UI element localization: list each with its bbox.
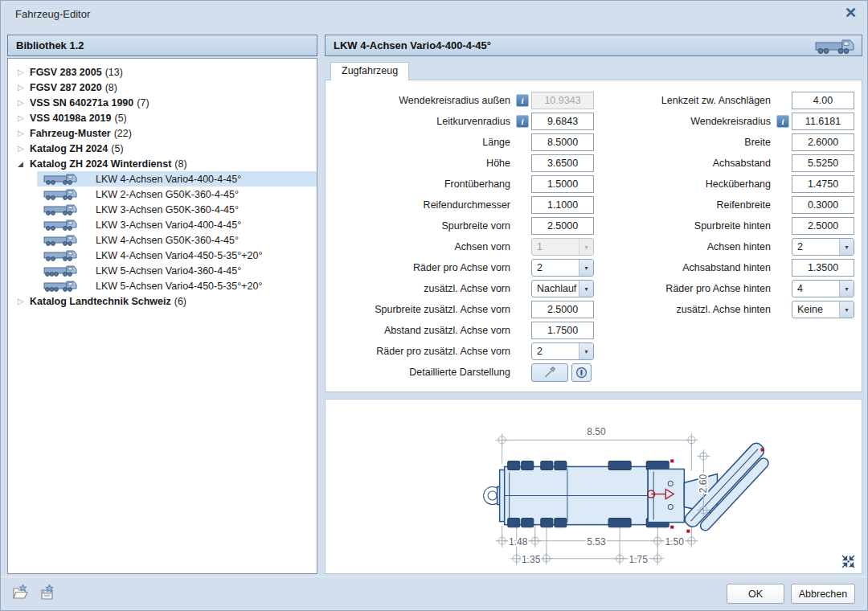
achsabstand-hinten-input[interactable] <box>792 259 854 277</box>
achsen-vorn-select: 1 ▾ <box>531 238 594 256</box>
info-icon[interactable]: i <box>516 115 529 128</box>
tree-item-vehicle[interactable]: LKW 2-Achsen G50K-360-4-45° <box>37 187 317 202</box>
tree-item-label: VSS SN 640271a 1990 <box>30 97 133 109</box>
collapsed-arrow-icon[interactable]: ▷ <box>18 83 30 92</box>
achsabstand-input[interactable] <box>792 154 854 172</box>
tree-item-count: (6) <box>174 296 186 307</box>
zusaetzl-achse-hinten-select[interactable]: Keine ▾ <box>792 301 854 318</box>
tree-item-label: LKW 4-Achsen Vario4-450-5-35°+20° <box>96 250 262 261</box>
open-favorite-icon[interactable] <box>12 584 31 601</box>
select-value: 2 <box>532 260 579 276</box>
save-favorite-icon[interactable] <box>39 584 57 601</box>
field-label: Räder pro zusätzl. Achse vorn <box>330 346 514 357</box>
tree-item-count: (5) <box>111 143 123 154</box>
raeder-pro-achse-hinten-select[interactable]: 4 ▾ <box>792 280 854 297</box>
zusaetzl-achse-vorn-select[interactable]: Nachlauf ▾ <box>531 280 594 297</box>
collapsed-arrow-icon[interactable]: ▷ <box>18 129 30 137</box>
chevron-down-icon[interactable]: ▾ <box>579 343 593 359</box>
tree-item-fahrzeug-muster[interactable]: ▷ Fahrzeug-Muster (22) <box>8 125 317 141</box>
field-label: Höhe <box>330 158 514 169</box>
form-row: Spurbreite vorn <box>330 215 594 236</box>
tree-item-vehicle[interactable]: LKW 5-Achsen Vario4-450-5-35°+20° <box>37 278 317 293</box>
tree-item-katalog-zh-winterdienst[interactable]: ◢ Katalog ZH 2024 Winterdienst (8) <box>8 156 317 171</box>
info-icon[interactable]: i <box>776 115 789 128</box>
collapsed-arrow-icon[interactable]: ▷ <box>18 297 30 306</box>
tree-item-fgsv-287[interactable]: ▷ FGSV 287 2020 (8) <box>8 80 317 95</box>
info-icon[interactable]: i <box>516 94 529 107</box>
dim-width: 2.60 <box>698 474 709 493</box>
lenkzeit-input[interactable] <box>792 92 854 109</box>
breite-input[interactable] <box>792 133 854 151</box>
tree-item-vehicle[interactable]: LKW 3-Achsen G50K-360-4-45° <box>37 202 317 217</box>
collapsed-arrow-icon[interactable]: ▷ <box>18 144 30 153</box>
zoom-fit-icon[interactable] <box>841 555 855 568</box>
tree-item-label: LKW 5-Achsen Vario4-450-5-35°+20° <box>96 281 262 292</box>
chevron-down-icon: ▾ <box>579 239 593 255</box>
tree-item-vehicle-selected[interactable]: LKW 4-Achsen Vario4-400-4-45° <box>37 171 317 187</box>
spurbreite-hinten-input[interactable] <box>792 217 854 235</box>
tree-item-katalog-zh-2024[interactable]: ▷ Katalog ZH 2024 (5) <box>8 141 317 156</box>
expanded-arrow-icon[interactable]: ◢ <box>18 160 30 168</box>
tree-item-vehicle[interactable]: LKW 3-Achsen Vario4-400-4-45° <box>37 217 317 232</box>
tree-item-count: (8) <box>105 82 117 93</box>
field-label: Spurbreite zusätzl. Achse vorn <box>330 304 514 315</box>
hoehe-input[interactable] <box>531 154 594 172</box>
dim-rear-overhang: 1.48 <box>509 536 528 547</box>
abstand-zusaetzl-achse-vorn-input[interactable] <box>531 322 594 339</box>
tree-item-vss-sn[interactable]: ▷ VSS SN 640271a 1990 (7) <box>8 95 317 110</box>
laenge-input[interactable] <box>531 133 594 151</box>
form-row: Spurbreite hinten <box>600 215 854 236</box>
raeder-pro-zusaetzl-achse-vorn-select[interactable]: 2 ▾ <box>531 342 594 360</box>
close-icon[interactable]: ✕ <box>845 6 857 20</box>
tree-item-label: Katalog ZH 2024 Winterdienst <box>30 158 171 170</box>
library-header-label: Bibliothek 1.2 <box>16 39 84 51</box>
detail-toggle-button[interactable] <box>571 363 592 382</box>
collapsed-arrow-icon[interactable]: ▷ <box>18 98 30 107</box>
cancel-button[interactable]: Abbrechen <box>791 584 855 604</box>
field-label: Räder pro Achse vorn <box>330 262 514 273</box>
form-row: Wendekreisradius i <box>600 111 854 132</box>
spurbreite-zusaetzl-achse-vorn-input[interactable] <box>531 301 594 318</box>
tree-item-vss-40198a[interactable]: ▷ VSS 40198a 2019 (5) <box>8 110 317 125</box>
raeder-pro-achse-vorn-select[interactable]: 2 ▾ <box>531 259 594 277</box>
pick-representation-button[interactable] <box>531 363 568 382</box>
dim-front-overhang: 1.50 <box>665 536 685 547</box>
form-column-left: Wendekreisradius außen i Leitkurvenradiu… <box>330 90 594 383</box>
form-row: Leitkurvenradius i <box>330 111 594 132</box>
library-tree[interactable]: ▷ FGSV 283 2005 (13) ▷ FGSV 287 2020 (8)… <box>7 58 317 574</box>
form-column-right: Lenkzeit zw. Anschlägen Wendekreisradius… <box>600 90 854 320</box>
frontueberhang-input[interactable] <box>531 175 594 193</box>
chevron-down-icon[interactable]: ▾ <box>839 281 854 297</box>
tree-item-label: Katalog Landtechnik Schweiz <box>30 296 171 307</box>
leitkurvenradius-input[interactable] <box>531 113 594 130</box>
tree-item-vehicle[interactable]: LKW 5-Achsen Vario4-360-4-45° <box>37 263 317 278</box>
tree-item-katalog-landtechnik[interactable]: ▷ Katalog Landtechnik Schweiz (6) <box>8 293 317 309</box>
tab-zugfahrzeug[interactable]: Zugfahrzeug <box>330 62 409 80</box>
tree-item-vehicle[interactable]: LKW 4-Achsen Vario4-450-5-35°+20° <box>37 248 317 263</box>
wendekreisradius-input[interactable] <box>792 113 854 130</box>
achsen-hinten-select[interactable]: 2 ▾ <box>792 238 854 256</box>
chevron-down-icon[interactable]: ▾ <box>839 239 854 255</box>
eyedropper-icon <box>542 365 557 379</box>
field-label: Frontüberhang <box>330 178 514 190</box>
tree-item-label: VSS 40198a 2019 <box>30 113 111 124</box>
chevron-down-icon[interactable]: ▾ <box>579 260 593 276</box>
editor-panel: LKW 4-Achsen Vario4-400-4-45° Zugfahrzeu… <box>325 33 862 575</box>
tree-item-fgsv-283[interactable]: ▷ FGSV 283 2005 (13) <box>8 64 317 80</box>
chevron-down-icon[interactable]: ▾ <box>839 301 854 318</box>
reifenbreite-input[interactable] <box>792 196 854 214</box>
spurbreite-vorn-input[interactable] <box>531 217 594 235</box>
heckueberhang-input[interactable] <box>792 175 854 193</box>
reifendurchmesser-input[interactable] <box>531 196 594 214</box>
form-row: Abstand zusätzl. Achse vorn <box>330 320 594 341</box>
form-row: Höhe <box>330 153 594 174</box>
ok-button[interactable]: OK <box>727 584 784 604</box>
field-label: Lenkzeit zw. Anschlägen <box>600 95 774 106</box>
truck-icon <box>43 264 79 277</box>
collapsed-arrow-icon[interactable]: ▷ <box>18 68 30 76</box>
truck-icon <box>43 172 79 186</box>
dim-lift-axle-distance: 1.75 <box>628 554 648 565</box>
collapsed-arrow-icon[interactable]: ▷ <box>18 113 30 122</box>
tree-item-vehicle[interactable]: LKW 4-Achsen G50K-360-4-45° <box>37 232 317 248</box>
chevron-down-icon[interactable]: ▾ <box>579 281 593 297</box>
